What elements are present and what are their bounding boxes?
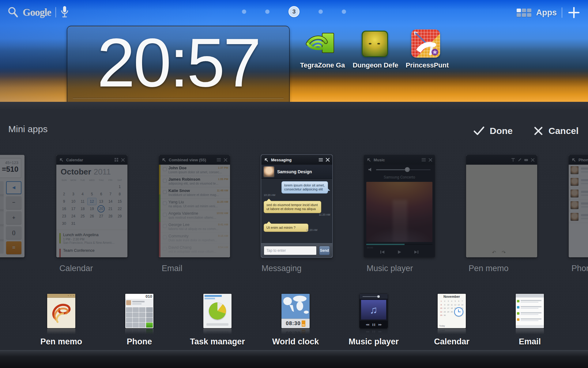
conversation-header[interactable]: Samsung Design xyxy=(261,165,332,179)
speaker-icon[interactable] xyxy=(368,167,373,172)
email-row[interactable]: Katie Snow 11:48 AM Incididunt ut labore… xyxy=(160,187,230,199)
calendar-day[interactable]: 26 xyxy=(87,213,96,220)
calendar-day[interactable] xyxy=(96,220,106,227)
contact-row[interactable] xyxy=(569,200,588,211)
dock-item-task-manager[interactable]: Task manager xyxy=(190,294,245,347)
calculator-key[interactable]: () xyxy=(6,226,21,239)
email-row[interactable]: James Robinson 1:05 PM adipsicing elit, … xyxy=(160,176,230,187)
checkbox-icon[interactable] xyxy=(163,236,167,239)
calendar-day[interactable]: 19 xyxy=(87,205,96,213)
calendar-day[interactable]: 15 xyxy=(115,198,124,205)
calendar-day[interactable]: 5 xyxy=(87,190,96,198)
calendar-day[interactable] xyxy=(106,183,115,190)
calendar-day[interactable]: 9 xyxy=(59,198,69,205)
progress-bar[interactable] xyxy=(366,244,432,245)
email-row[interactable]: John Doe 1:37 PM Lorem ipsum dolor sit a… xyxy=(160,165,230,176)
calculator-key[interactable]: + xyxy=(6,211,21,224)
clock-widget[interactable]: 20:57 Mon, March 26 xyxy=(67,26,290,115)
miniapp-card-messaging[interactable]: Messaging Samsung Design 10:20 AM lorem … xyxy=(261,155,332,257)
message-bubble-sent[interactable]: sed do eiusmod tempor incid idunt ut lab… xyxy=(264,201,321,213)
calendar-day[interactable]: 6 xyxy=(96,190,106,198)
message-bubble-sent[interactable]: Ut enim ad minim ? xyxy=(264,224,308,232)
miniapp-card-music[interactable]: Music Samsung Concerto xyxy=(364,155,435,257)
calendar-day[interactable]: 12 xyxy=(87,198,96,205)
calendar-day[interactable] xyxy=(96,183,106,190)
calendar-day[interactable] xyxy=(115,220,124,227)
calendar-day[interactable]: 21 xyxy=(106,205,115,213)
menu-icon[interactable] xyxy=(421,158,426,162)
calendar-day[interactable]: 31 xyxy=(69,220,78,227)
message-thread[interactable]: 10:20 AM lorem ipsum dolor sit amet, con… xyxy=(261,179,332,243)
calendar-event[interactable]: Lunch with Angelina 1 PM - 2:30 PM San F… xyxy=(59,232,124,244)
message-bubble-received[interactable]: lorem ipsum dolor sit amet, consectetur … xyxy=(281,181,328,194)
checkbox-icon[interactable] xyxy=(163,247,167,251)
checkbox-icon[interactable] xyxy=(163,224,167,228)
miniapp-card-phone[interactable]: Phone 147* xyxy=(569,155,588,257)
volume-slider[interactable] xyxy=(376,169,431,170)
back-arrow-icon[interactable] xyxy=(59,157,64,162)
close-icon[interactable] xyxy=(121,158,125,162)
calendar-day[interactable] xyxy=(106,220,115,227)
calendar-day[interactable]: 29 xyxy=(115,213,124,220)
checkbox-icon[interactable] xyxy=(163,190,167,194)
cancel-button[interactable]: Cancel xyxy=(533,126,579,136)
page-dot[interactable] xyxy=(318,10,323,14)
back-arrow-icon[interactable] xyxy=(571,157,576,162)
checkbox-icon[interactable] xyxy=(163,213,167,217)
play-icon[interactable] xyxy=(398,250,401,254)
page-dot[interactable] xyxy=(242,10,246,14)
page-dot[interactable] xyxy=(342,10,346,14)
calendar-day[interactable]: 23 xyxy=(59,213,69,220)
memo-page[interactable]: ↶↷ xyxy=(466,165,537,257)
calendar-day[interactable]: 22 xyxy=(115,205,124,213)
calendar-day[interactable] xyxy=(69,183,78,190)
calendar-day[interactable] xyxy=(87,220,96,227)
calendar-day[interactable]: 4 xyxy=(78,190,87,198)
miniapp-card-email[interactable]: Combined view (55) John Doe 1:37 PM Lore… xyxy=(159,155,230,257)
message-input[interactable] xyxy=(264,246,317,255)
calculator-key[interactable]: ◄ xyxy=(6,181,21,194)
pen-tool-icon[interactable] xyxy=(518,158,522,162)
page-dot[interactable] xyxy=(265,10,270,14)
calendar-day[interactable]: 24 xyxy=(69,213,78,220)
miniapp-card-calculator[interactable]: 45÷123 =510 ◄−+()= xyxy=(0,155,24,257)
plus-icon[interactable] xyxy=(567,6,581,19)
calendar-day[interactable] xyxy=(78,183,87,190)
calculator-key[interactable]: − xyxy=(6,196,21,209)
checkbox-icon[interactable] xyxy=(163,201,167,205)
calendar-day[interactable]: 13 xyxy=(96,198,106,205)
contact-row[interactable] xyxy=(569,188,588,200)
close-icon[interactable] xyxy=(326,158,330,162)
checkbox-icon[interactable] xyxy=(163,167,167,171)
calendar-day[interactable]: 16 xyxy=(59,205,69,213)
shortcut-label-princesspunt[interactable]: PrincessPunt xyxy=(400,61,455,69)
calendar-day[interactable]: 18 xyxy=(78,205,87,213)
calendar-event[interactable]: Team Conference xyxy=(59,248,124,253)
google-search-widget[interactable]: Google xyxy=(7,4,69,20)
dungeon-defenders-icon[interactable] xyxy=(362,31,388,57)
previous-icon[interactable] xyxy=(380,250,385,254)
mic-icon[interactable] xyxy=(60,6,69,19)
email-row[interactable]: David Chang 8:54 AM erit in voluptate ve… xyxy=(160,244,230,255)
dock-item-email[interactable]: Email xyxy=(502,294,557,347)
send-button[interactable]: Send xyxy=(319,246,330,255)
back-arrow-icon[interactable] xyxy=(366,157,371,162)
tegrazone-icon[interactable] xyxy=(306,31,336,58)
text-tool-icon[interactable] xyxy=(511,158,515,162)
calendar-day[interactable]: 28 xyxy=(106,213,115,220)
dock-item-music-player[interactable]: ♫◀◀❚❚▶▶ ♫◀◀❚❚▶▶ Music player xyxy=(346,294,401,347)
miniapp-card-calendar[interactable]: Calendar October2011 SUNMONTUEWEDTHUFRIS… xyxy=(56,155,127,257)
calendar-day[interactable]: 10 xyxy=(69,198,78,205)
calendar-day[interactable]: 27 xyxy=(96,213,106,220)
calendar-day[interactable]: 2 xyxy=(59,190,69,198)
calculator-key[interactable]: = xyxy=(6,241,21,254)
next-icon[interactable] xyxy=(414,250,419,254)
calendar-day[interactable]: 8 xyxy=(115,190,124,198)
princess-punt-icon[interactable] xyxy=(411,29,440,58)
apps-button[interactable]: Apps xyxy=(536,8,557,17)
dock-item-phone[interactable]: 010 010 Phone xyxy=(112,294,167,347)
calendar-day[interactable] xyxy=(59,183,69,190)
done-button[interactable]: Done xyxy=(473,126,513,136)
page-dot-current[interactable]: 3 xyxy=(288,6,300,17)
checkbox-icon[interactable] xyxy=(163,179,167,182)
